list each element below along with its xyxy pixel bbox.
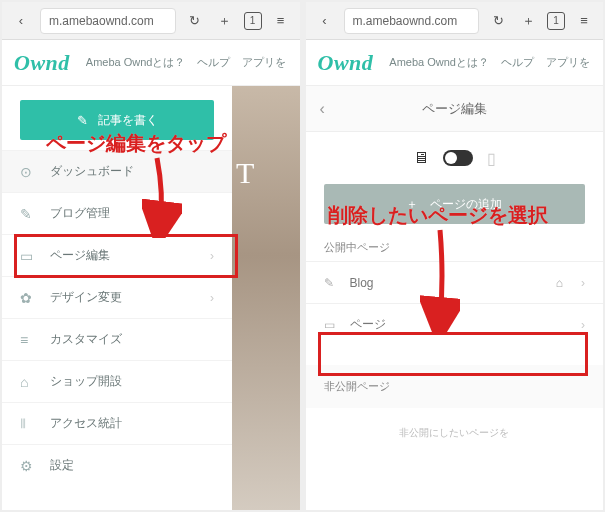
chevron-right-icon: › bbox=[210, 249, 214, 263]
page-row-label: Blog bbox=[350, 276, 374, 290]
sidebar-item-design[interactable]: ✿ デザイン変更 › bbox=[2, 276, 232, 318]
header-link[interactable]: ヘルプ bbox=[197, 55, 230, 70]
page-row-blog[interactable]: ✎ Blog ⌂ › bbox=[306, 261, 604, 303]
reload-icon[interactable]: ↻ bbox=[487, 10, 509, 32]
sidebar-item-dashboard[interactable]: ⊙ ダッシュボード bbox=[2, 150, 232, 192]
reload-icon[interactable]: ↻ bbox=[184, 10, 206, 32]
address-bar[interactable]: m.amebaownd.com bbox=[40, 8, 176, 34]
edit-icon: ✎ bbox=[324, 276, 338, 290]
sidebar-item-label: 設定 bbox=[50, 457, 74, 474]
back-chevron-icon[interactable]: ‹ bbox=[320, 100, 325, 118]
address-bar[interactable]: m.amebaownd.com bbox=[344, 8, 480, 34]
shop-icon: ⌂ bbox=[20, 374, 36, 390]
stats-icon: ⫴ bbox=[20, 415, 36, 432]
pencil-icon: ✎ bbox=[77, 113, 88, 128]
sidebar-item-label: ページ編集 bbox=[50, 247, 110, 264]
sidebar-item-settings[interactable]: ⚙ 設定 bbox=[2, 444, 232, 486]
header-link[interactable]: ヘルプ bbox=[501, 55, 534, 70]
header-link[interactable]: Ameba Owndとは？ bbox=[389, 55, 489, 70]
right-body: ‹ ページ編集 🖥 ▯ ＋ ページの追加 公開中ページ ✎ Blog ⌂ › ▭… bbox=[306, 86, 604, 510]
site-header: Ownd Ameba Owndとは？ ヘルプ アプリを bbox=[2, 40, 300, 86]
private-note: 非公開にしたいページを bbox=[306, 408, 604, 442]
design-icon: ✿ bbox=[20, 290, 36, 306]
browser-back-icon[interactable]: ‹ bbox=[314, 10, 336, 32]
logo[interactable]: Ownd bbox=[14, 50, 70, 76]
phone-left: ‹ m.amebaownd.com ↻ ＋ 1 ≡ Ownd Ameba Own… bbox=[2, 2, 300, 510]
header-links: Ameba Owndとは？ ヘルプ アプリを bbox=[389, 55, 590, 70]
browser-back-icon[interactable]: ‹ bbox=[10, 10, 32, 32]
header-link[interactable]: アプリを bbox=[546, 55, 590, 70]
tab-count-badge[interactable]: 1 bbox=[547, 12, 565, 30]
header-link[interactable]: Ameba Owndとは？ bbox=[86, 55, 186, 70]
page-row-page[interactable]: ▭ ページ › bbox=[306, 303, 604, 345]
write-label: 記事を書く bbox=[98, 112, 158, 129]
sidebar-item-label: デザイン変更 bbox=[50, 289, 122, 306]
add-page-button[interactable]: ＋ ページの追加 bbox=[324, 184, 586, 224]
public-pages-label: 公開中ページ bbox=[306, 240, 604, 255]
browser-chrome: ‹ m.amebaownd.com ↻ ＋ 1 ≡ bbox=[2, 2, 300, 40]
page-icon: ▭ bbox=[20, 248, 36, 264]
private-pages-label: 非公開ページ bbox=[306, 365, 604, 408]
write-post-button[interactable]: ✎ 記事を書く bbox=[20, 100, 214, 140]
menu-icon[interactable]: ≡ bbox=[573, 10, 595, 32]
gear-icon: ⚙ bbox=[20, 458, 36, 474]
sidebar-item-label: ショップ開設 bbox=[50, 373, 122, 390]
site-header: Ownd Ameba Owndとは？ ヘルプ アプリを bbox=[306, 40, 604, 86]
home-icon: ⌂ bbox=[556, 276, 563, 290]
dashboard-icon: ⊙ bbox=[20, 164, 36, 180]
new-tab-icon[interactable]: ＋ bbox=[517, 10, 539, 32]
page-titlebar: ‹ ページ編集 bbox=[306, 86, 604, 132]
phone-right: ‹ m.amebaownd.com ↻ ＋ 1 ≡ Ownd Ameba Own… bbox=[306, 2, 604, 510]
url-text: m.amebaownd.com bbox=[353, 14, 458, 28]
customize-icon: ≡ bbox=[20, 332, 36, 348]
browser-chrome: ‹ m.amebaownd.com ↻ ＋ 1 ≡ bbox=[306, 2, 604, 40]
sidebar-item-shop[interactable]: ⌂ ショップ開設 bbox=[2, 360, 232, 402]
menu-icon[interactable]: ≡ bbox=[270, 10, 292, 32]
sidebar-item-label: カスタマイズ bbox=[50, 331, 122, 348]
desktop-icon[interactable]: 🖥 bbox=[413, 149, 429, 167]
sidebar-item-label: ブログ管理 bbox=[50, 205, 110, 222]
chevron-right-icon: › bbox=[210, 291, 214, 305]
page-icon: ▭ bbox=[324, 318, 338, 332]
sidebar-item-customize[interactable]: ≡ カスタマイズ bbox=[2, 318, 232, 360]
plus-icon: ＋ bbox=[406, 196, 418, 213]
mobile-icon[interactable]: ▯ bbox=[487, 149, 496, 168]
page-row-label: ページ bbox=[350, 316, 386, 333]
sidebar: ✎ 記事を書く ⊙ ダッシュボード ✎ ブログ管理 ▭ ページ編集 › ✿ デザ… bbox=[2, 86, 232, 510]
logo[interactable]: Ownd bbox=[318, 50, 374, 76]
url-text: m.amebaownd.com bbox=[49, 14, 154, 28]
device-toggle: 🖥 ▯ bbox=[306, 132, 604, 184]
preview-sliver bbox=[232, 86, 300, 510]
chevron-right-icon: › bbox=[581, 276, 585, 290]
blog-icon: ✎ bbox=[20, 206, 36, 222]
device-switch[interactable] bbox=[443, 150, 473, 166]
sidebar-item-blog[interactable]: ✎ ブログ管理 bbox=[2, 192, 232, 234]
sidebar-item-stats[interactable]: ⫴ アクセス統計 bbox=[2, 402, 232, 444]
tab-count-badge[interactable]: 1 bbox=[244, 12, 262, 30]
page-title: ページ編集 bbox=[422, 100, 487, 118]
add-page-label: ページの追加 bbox=[430, 196, 502, 213]
sidebar-item-label: アクセス統計 bbox=[50, 415, 122, 432]
chevron-right-icon: › bbox=[581, 318, 585, 332]
new-tab-icon[interactable]: ＋ bbox=[214, 10, 236, 32]
sidebar-item-label: ダッシュボード bbox=[50, 163, 134, 180]
left-body: ✎ 記事を書く ⊙ ダッシュボード ✎ ブログ管理 ▭ ページ編集 › ✿ デザ… bbox=[2, 86, 300, 510]
header-links: Ameba Owndとは？ ヘルプ アプリを bbox=[86, 55, 287, 70]
header-link[interactable]: アプリを bbox=[242, 55, 286, 70]
sidebar-item-page-edit[interactable]: ▭ ページ編集 › bbox=[2, 234, 232, 276]
